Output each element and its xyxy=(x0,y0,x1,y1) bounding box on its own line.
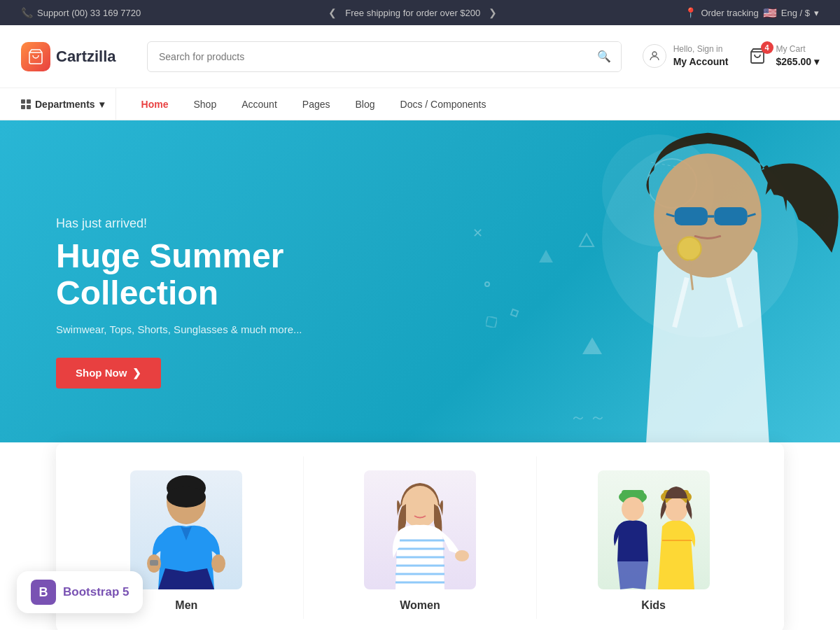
hero-content: Has just arrived! Huge Summer Collection… xyxy=(0,216,420,388)
user-icon xyxy=(643,44,666,68)
search-icon: 🔍 xyxy=(597,50,611,62)
bootstrap-label: Bootstrap 5 xyxy=(63,585,129,599)
cart-button[interactable]: 4 My Cart $265.00 ▾ xyxy=(746,43,820,69)
hero-title: Huge Summer Collection xyxy=(56,238,364,312)
hero-subtitle: Has just arrived! xyxy=(56,216,364,231)
bootstrap-badge: B Bootstrap 5 xyxy=(17,571,143,613)
account-hello-text: Hello, Sign in xyxy=(673,43,729,55)
nav-link-shop[interactable]: Shop xyxy=(183,88,228,120)
language-selector[interactable]: Eng / $ xyxy=(781,8,810,18)
women-image xyxy=(364,470,476,589)
men-label: Men xyxy=(175,599,197,612)
shop-now-label: Shop Now xyxy=(76,367,127,379)
svg-point-25 xyxy=(402,486,438,528)
account-label: My Account xyxy=(673,55,729,69)
cart-badge: 4 xyxy=(761,41,774,54)
support-section: 📞 Support (00) 33 169 7720 xyxy=(21,7,141,18)
top-bar: 📞 Support (00) 33 169 7720 ❮ Free shippi… xyxy=(0,0,840,25)
shop-now-arrow: ❯ xyxy=(132,367,141,379)
kids-label: Kids xyxy=(641,599,666,612)
bootstrap-icon: B xyxy=(31,580,56,605)
svg-point-38 xyxy=(665,498,687,522)
svg-point-21 xyxy=(167,486,206,507)
category-women[interactable]: Women xyxy=(304,456,538,619)
hero-model-area xyxy=(476,120,840,484)
nav-bar: Departments ▾ Home Shop Account Pages Bl… xyxy=(0,88,840,120)
cart-label: My Cart xyxy=(776,43,820,55)
logo-icon xyxy=(21,42,50,71)
categories-card: Men xyxy=(56,442,784,630)
header: Cartzilla 🔍 Hello, Sign in My Account xyxy=(0,25,840,88)
cart-dropdown-arrow: ▾ xyxy=(814,56,819,67)
svg-point-1 xyxy=(652,52,657,56)
search-button[interactable]: 🔍 xyxy=(587,41,621,72)
nav-link-blog[interactable]: Blog xyxy=(344,88,386,120)
shipping-banner: ❮ Free shipping for order over $200 ❯ xyxy=(328,7,497,18)
svg-rect-10 xyxy=(714,207,747,225)
account-button[interactable]: Hello, Sign in My Account xyxy=(643,43,729,69)
nav-link-account[interactable]: Account xyxy=(230,88,288,120)
departments-arrow-icon: ▾ xyxy=(99,99,104,110)
support-text: Support (00) 33 169 7720 xyxy=(37,8,141,18)
lang-arrow-icon[interactable]: ▾ xyxy=(814,8,819,18)
logo-link[interactable]: Cartzilla xyxy=(21,42,133,71)
kids-image xyxy=(598,470,710,589)
order-tracking-text: Order tracking xyxy=(701,8,758,18)
svg-point-23 xyxy=(211,554,225,573)
hero-description: Swimwear, Tops, Shorts, Sunglasses & muc… xyxy=(56,323,364,335)
svg-point-32 xyxy=(455,550,469,561)
svg-point-35 xyxy=(622,497,644,521)
women-label: Women xyxy=(400,599,440,612)
nav-link-pages[interactable]: Pages xyxy=(291,88,342,120)
nav-link-home[interactable]: Home xyxy=(130,88,180,120)
category-kids[interactable]: Kids xyxy=(537,456,770,619)
top-right-actions: 📍 Order tracking 🇺🇸 Eng / $ ▾ xyxy=(685,6,819,20)
search-bar: 🔍 xyxy=(147,41,622,72)
men-image xyxy=(130,470,242,589)
logo-text: Cartzilla xyxy=(56,48,116,66)
flag-icon: 🇺🇸 xyxy=(763,6,777,20)
svg-rect-24 xyxy=(150,560,158,566)
shipping-next-button[interactable]: ❯ xyxy=(489,7,497,18)
svg-rect-9 xyxy=(675,207,708,225)
cart-text-block: My Cart $265.00 ▾ xyxy=(776,43,820,69)
main-nav: Home Shop Account Pages Blog Docs / Comp… xyxy=(130,88,498,120)
shop-now-button[interactable]: Shop Now ❯ xyxy=(56,358,161,388)
shipping-text: Free shipping for order over $200 xyxy=(345,8,480,18)
tracking-icon: 📍 xyxy=(685,7,696,18)
header-actions: Hello, Sign in My Account 4 My Cart $265… xyxy=(643,43,819,69)
cart-icon-wrap: 4 xyxy=(746,44,769,68)
departments-label: Departments xyxy=(35,99,95,110)
nav-link-docs[interactable]: Docs / Components xyxy=(389,88,498,120)
phone-icon: 📞 xyxy=(21,7,33,18)
account-text-block: Hello, Sign in My Account xyxy=(673,43,729,69)
cart-price: $265.00 ▾ xyxy=(776,55,820,69)
departments-button[interactable]: Departments ▾ xyxy=(21,88,116,120)
search-input[interactable] xyxy=(148,51,587,62)
grid-icon xyxy=(21,99,31,109)
shipping-prev-button[interactable]: ❮ xyxy=(328,7,337,18)
hero-section: ✕ ～～ Has just arrived! Huge Summer Colle… xyxy=(0,120,840,484)
